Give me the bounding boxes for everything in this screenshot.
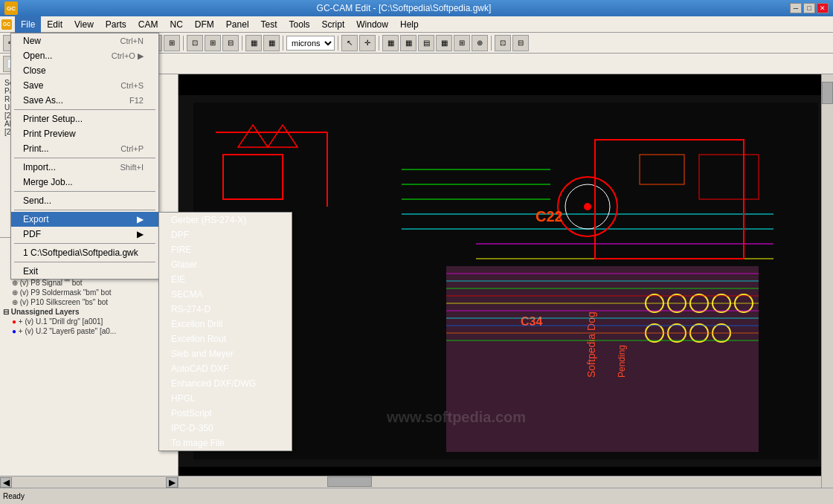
menu-saveas[interactable]: Save As... F12 <box>11 93 158 108</box>
menu-help[interactable]: Help <box>394 16 425 33</box>
tb-sep-4 <box>338 36 338 51</box>
tb-zoom-out[interactable]: ⊟ <box>222 35 239 51</box>
tb-crosshair[interactable]: ✛ <box>359 35 376 51</box>
menu-panel[interactable]: Panel <box>220 16 255 33</box>
minimize-button[interactable]: ─ <box>790 3 802 13</box>
export-postscript[interactable]: PostScript <box>159 406 292 421</box>
tb-grid1[interactable]: ▦ <box>382 35 399 51</box>
autocad-dxf-label: AutoCAD DXF <box>171 364 228 374</box>
menu-tools[interactable]: Tools <box>283 16 316 33</box>
svg-text:www.softpedia.com: www.softpedia.com <box>386 409 526 425</box>
menu-recent-file[interactable]: 1 C:\Softpedia\Softpedia.gwk <box>11 245 158 260</box>
export-enhanced-dxf[interactable]: Enhanced DXF/DWG <box>159 376 292 391</box>
export-to-image[interactable]: To Image File <box>159 436 292 450</box>
enhanced-dxf-label: Enhanced DXF/DWG <box>171 378 256 389</box>
export-excellon-drill[interactable]: Excellon Drill <box>159 317 292 332</box>
tb-arrow[interactable]: ↖ <box>341 35 358 51</box>
export-dpf[interactable]: DPF <box>159 227 292 242</box>
layer-item[interactable]: ⊕ (v) P10 Silkscreen "bs" bot <box>1 297 176 307</box>
v-scroll-thumb[interactable] <box>822 82 833 104</box>
menu-window[interactable]: Window <box>350 16 394 33</box>
layer-scrollbar[interactable]: ◀ ▶ <box>0 476 178 488</box>
menu-import[interactable]: Import... Shift+I <box>11 160 158 175</box>
menu-print-preview[interactable]: Print Preview <box>11 126 158 141</box>
export-ipc-d350[interactable]: IPC-D-350 <box>159 421 292 436</box>
horizontal-scrollbar[interactable] <box>178 476 821 488</box>
export-gerber[interactable]: Gerber (RS-274-X) <box>159 213 292 227</box>
menu-save[interactable]: Save Ctrl+S <box>11 78 158 93</box>
export-sieb-meyer[interactable]: Sieb and Meyer <box>159 346 292 361</box>
layer-group[interactable]: ⊟ Unassigned Layers <box>1 307 176 317</box>
menu-script[interactable]: Script <box>316 16 351 33</box>
tb-grid5[interactable]: ⊞ <box>454 35 470 51</box>
tb-distribute[interactable]: ⊞ <box>164 35 180 51</box>
layer-item[interactable]: ⊕ (v) P9 Soldermask "bm" bot <box>1 288 176 297</box>
tb-snap2[interactable]: ⊟ <box>512 35 529 51</box>
tb-sep-1 <box>183 36 184 51</box>
sep-4 <box>14 210 155 210</box>
menu-dfm[interactable]: DFM <box>189 16 220 33</box>
tb-select[interactable]: ▦ <box>245 35 262 51</box>
close-button[interactable]: ✕ <box>817 3 829 13</box>
send-label: Send... <box>23 196 51 206</box>
layer-label: ● + (v) U.2 "Layer6 paste" [a0... <box>3 327 116 335</box>
tb-grid3[interactable]: ▤ <box>418 35 434 51</box>
saveas-label: Save As... <box>23 95 63 106</box>
sep-2 <box>14 158 155 158</box>
tb-grid2[interactable]: ▦ <box>400 35 416 51</box>
vertical-scrollbar[interactable] <box>821 74 833 488</box>
menu-new[interactable]: New Ctrl+N <box>11 33 158 48</box>
menu-view[interactable]: View <box>68 16 100 33</box>
h-scroll-thumb[interactable] <box>327 476 372 487</box>
sieb-meyer-label: Sieb and Meyer <box>171 349 234 359</box>
tb-sep-6 <box>491 36 492 51</box>
menu-close[interactable]: Close <box>11 63 158 78</box>
tb-grid6[interactable]: ⊕ <box>472 35 488 51</box>
export-rs274d[interactable]: RS-274-D <box>159 302 292 317</box>
menu-send[interactable]: Send... <box>11 193 158 208</box>
window-controls: ─ □ ✕ <box>790 3 829 13</box>
menu-merge-job[interactable]: Merge Job... <box>11 175 158 190</box>
tb-select2[interactable]: ▦ <box>263 35 280 51</box>
menu-print[interactable]: Print... Ctrl+P <box>11 141 158 156</box>
tb-grid4[interactable]: ▦ <box>436 35 452 51</box>
menu-edit[interactable]: Edit <box>41 16 68 33</box>
sep-1 <box>14 109 155 110</box>
menu-logo: GC <box>1 19 12 30</box>
menu-printer-setup[interactable]: Printer Setup... <box>11 112 158 126</box>
layer-label: ● + (v) U.1 "Drill drg" [a001] <box>3 317 103 326</box>
export-excellon-rout[interactable]: Excellon Rout <box>159 332 292 346</box>
maximize-button[interactable]: □ <box>803 3 815 13</box>
menu-nc[interactable]: NC <box>164 16 189 33</box>
menu-parts[interactable]: Parts <box>100 16 132 33</box>
menu-file[interactable]: File <box>15 16 41 33</box>
scroll-right[interactable]: ▶ <box>166 477 178 488</box>
import-label: Import... <box>23 162 56 172</box>
rs274d-label: RS-274-D <box>171 304 210 314</box>
menu-cam[interactable]: CAM <box>132 16 164 33</box>
file-menu-dropdown: New Ctrl+N Open... Ctrl+O ▶ Close Save C… <box>10 33 159 280</box>
layer-item[interactable]: ● + (v) U.2 "Layer6 paste" [a0... <box>1 326 176 336</box>
export-eie[interactable]: EIE <box>159 272 292 287</box>
svg-text:C22: C22 <box>536 208 563 224</box>
menu-pdf[interactable]: PDF ▶ <box>11 227 158 242</box>
menu-test[interactable]: Test <box>255 16 283 33</box>
tb-zoom-in[interactable]: ⊞ <box>205 35 221 51</box>
menu-exit[interactable]: Exit <box>11 264 158 279</box>
menu-export[interactable]: Export ▶ Gerber (RS-274-X) DPF FIRE Glas… <box>11 212 158 227</box>
export-glaser[interactable]: Glaser <box>159 257 292 272</box>
menu-open[interactable]: Open... Ctrl+O ▶ <box>11 48 158 63</box>
new-label: New <box>23 36 41 46</box>
tb-snap1[interactable]: ⊡ <box>495 35 511 51</box>
export-fire[interactable]: FIRE <box>159 242 292 257</box>
layer-item[interactable]: ● + (v) U.1 "Drill drg" [a001] <box>1 317 176 326</box>
export-autocad-dxf[interactable]: AutoCAD DXF <box>159 361 292 376</box>
titlebar: GC GC-CAM Edit - [C:\Softpedia\Softpedia… <box>0 0 833 16</box>
scroll-left[interactable]: ◀ <box>0 477 12 488</box>
export-hpgl[interactable]: HPGL <box>159 391 292 406</box>
units-dropdown[interactable]: microns mm inches mils <box>286 36 335 51</box>
postscript-label: PostScript <box>171 408 212 419</box>
export-secma[interactable]: SECMA <box>159 287 292 302</box>
tb-zoom-fit[interactable]: ⊡ <box>187 35 203 51</box>
pdf-label: PDF <box>23 229 41 239</box>
